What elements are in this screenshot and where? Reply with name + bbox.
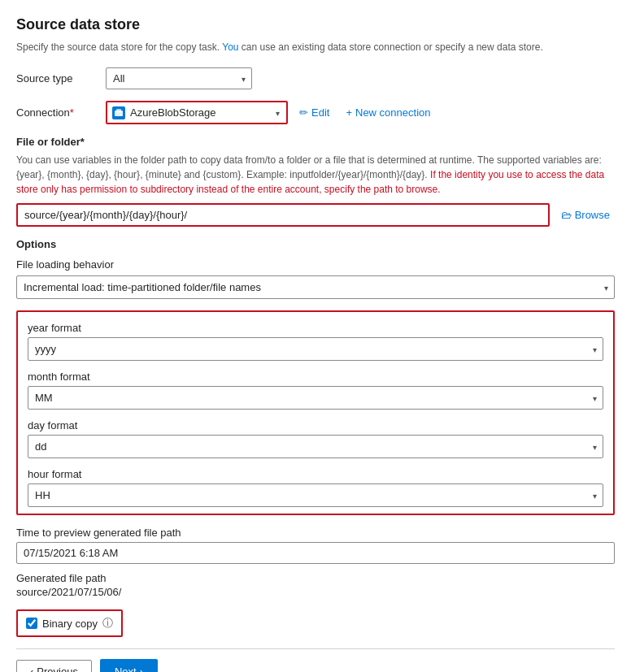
previous-button[interactable]: ‹ Previous — [16, 660, 92, 672]
hour-format-select[interactable]: HH — [28, 483, 603, 507]
file-loading-select[interactable]: Incremental load: time-partitioned folde… — [16, 275, 615, 299]
browse-label: Browse — [575, 209, 610, 221]
file-path-input[interactable] — [16, 203, 550, 227]
time-preview-input[interactable] — [16, 542, 615, 564]
month-format-select-wrapper: MM ▾ — [28, 386, 603, 410]
description-link[interactable]: You — [222, 41, 238, 53]
year-format-label: year format — [28, 322, 603, 334]
options-section: Options File loading behavior Incrementa… — [16, 238, 615, 299]
binary-copy-label: Binary copy — [42, 618, 98, 630]
options-title: Options — [16, 238, 615, 250]
edit-label: Edit — [311, 106, 329, 119]
format-section: year format yyyy ▾ month format MM ▾ day… — [16, 310, 615, 515]
connection-select-wrapper: AzureBlobStorage ▾ — [106, 101, 288, 124]
source-type-label: Source type — [16, 72, 106, 85]
day-format-select-wrapper: dd ▾ — [28, 435, 603, 458]
year-format-select-wrapper: yyyy ▾ — [28, 337, 603, 361]
edit-button[interactable]: ✏ Edit — [294, 103, 334, 122]
browse-button[interactable]: 🗁 Browse — [556, 206, 615, 224]
year-format-select[interactable]: yyyy — [28, 337, 603, 361]
file-folder-label: File or folder* — [16, 136, 615, 148]
pencil-icon: ✏ — [299, 106, 308, 119]
plus-icon: + — [346, 106, 352, 119]
chevron-left-icon: ‹ — [30, 665, 33, 672]
day-format-select[interactable]: dd — [28, 435, 603, 458]
description-highlight: If the identity you use to access the da… — [16, 169, 604, 195]
description-text-1: Specify the source data store for the co… — [16, 41, 222, 53]
page-description: Specify the source data store for the co… — [16, 40, 615, 54]
source-type-select-wrapper: All ▾ — [106, 67, 252, 89]
previous-label: Previous — [37, 665, 78, 672]
binary-copy-row: Binary copy ⓘ — [16, 609, 123, 637]
hour-format-row: hour format HH ▾ — [28, 468, 603, 507]
connection-select[interactable]: AzureBlobStorage — [107, 102, 286, 123]
connection-label: Connection* — [16, 106, 106, 119]
time-preview-label: Time to preview generated file path — [16, 527, 615, 539]
next-button[interactable]: Next › — [100, 659, 158, 672]
file-loading-select-wrapper: Incremental load: time-partitioned folde… — [16, 275, 615, 299]
file-path-row: 🗁 Browse — [16, 203, 615, 227]
connection-row: Connection* AzureBlobStorage ▾ ✏ Edit — [16, 101, 615, 124]
month-format-row: month format MM ▾ — [28, 371, 603, 410]
year-format-row: year format yyyy ▾ — [28, 322, 603, 361]
description-text-2: can use an existing data store connectio… — [242, 41, 543, 53]
info-icon: ⓘ — [102, 616, 113, 631]
generated-path-label: Generated file path — [16, 572, 615, 584]
file-loading-label: File loading behavior — [16, 258, 615, 271]
chevron-right-icon: › — [140, 665, 143, 672]
hour-format-label: hour format — [28, 468, 603, 480]
binary-copy-checkbox[interactable] — [26, 618, 37, 629]
source-type-select[interactable]: All — [106, 67, 252, 89]
page-container: Source data store Specify the source dat… — [0, 0, 631, 672]
page-title: Source data store — [16, 16, 615, 33]
day-format-row: day format dd ▾ — [28, 419, 603, 458]
month-format-select[interactable]: MM — [28, 386, 603, 410]
day-format-label: day format — [28, 419, 603, 431]
hour-format-select-wrapper: HH ▾ — [28, 483, 603, 507]
new-connection-label: New connection — [355, 106, 431, 119]
file-folder-description: You can use variables in the folder path… — [16, 153, 615, 197]
footer-bar: ‹ Previous Next › — [16, 648, 615, 672]
next-label: Next — [115, 665, 137, 672]
time-preview-section: Time to preview generated file path — [16, 527, 615, 564]
connection-controls: AzureBlobStorage ▾ ✏ Edit + New connecti… — [106, 101, 436, 124]
new-connection-button[interactable]: + New connection — [341, 103, 435, 122]
generated-path-section: Generated file path source/2021/07/15/06… — [16, 572, 615, 598]
generated-path-value: source/2021/07/15/06/ — [16, 586, 615, 598]
file-folder-section: File or folder* You can use variables in… — [16, 136, 615, 238]
source-type-row: Source type All ▾ — [16, 67, 615, 89]
folder-icon: 🗁 — [561, 209, 572, 221]
month-format-label: month format — [28, 371, 603, 383]
